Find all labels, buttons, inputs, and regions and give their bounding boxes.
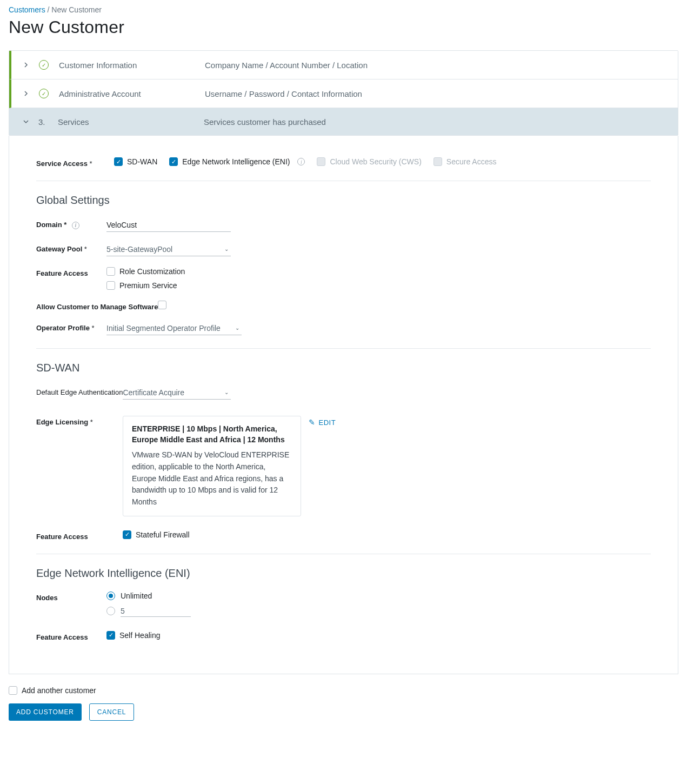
page-title: New Customer <box>9 17 678 37</box>
eni-feature-access-label: Feature Access <box>36 631 106 641</box>
check-circle-icon: ✓ <box>38 59 49 70</box>
chevron-right-icon <box>21 60 31 70</box>
checkbox-eni[interactable]: ✓ Edge Network Intelligence (ENI) i <box>169 157 305 166</box>
allow-manage-label: Allow Customer to Manage Software <box>36 301 158 311</box>
feature-access-label: Feature Access <box>36 267 106 277</box>
checkbox-icon <box>158 301 166 309</box>
breadcrumb: Customers / New Customer <box>9 5 678 14</box>
step-desc: Username / Password / Contact Informatio… <box>205 89 362 98</box>
checkbox-secure-access: Secure Access <box>433 157 497 166</box>
gateway-pool-select[interactable]: 5-site-GatewayPool <box>106 243 231 256</box>
pencil-icon: ✎ <box>309 418 316 427</box>
checkbox-self-healing[interactable]: ✓ Self Healing <box>106 631 161 640</box>
checkbox-icon <box>9 686 17 695</box>
checkbox-stateful-firewall[interactable]: ✓ Stateful Firewall <box>123 530 190 539</box>
radio-icon <box>106 592 115 600</box>
breadcrumb-root-link[interactable]: Customers <box>9 5 45 14</box>
checkbox-label: SD-WAN <box>127 157 157 166</box>
chevron-down-icon <box>21 117 31 127</box>
nodes-label: Nodes <box>36 592 106 602</box>
nodes-custom-input[interactable] <box>121 606 191 617</box>
cancel-button[interactable]: CANCEL <box>89 703 134 721</box>
add-customer-button[interactable]: ADD CUSTOMER <box>9 703 82 721</box>
radio-custom[interactable] <box>106 606 191 617</box>
checkbox-cws: Cloud Web Security (CWS) <box>317 157 421 166</box>
radio-unlimited[interactable]: Unlimited <box>106 592 191 600</box>
gateway-pool-label: Gateway Pool <box>36 243 106 253</box>
checkbox-label: Cloud Web Security (CWS) <box>330 157 421 166</box>
checkbox-icon <box>106 281 115 290</box>
checkbox-icon <box>106 267 115 276</box>
edit-label: EDIT <box>319 418 336 427</box>
checkbox-label: Premium Service <box>119 281 177 290</box>
checkbox-icon: ✓ <box>114 157 123 166</box>
checkbox-icon: ✓ <box>169 157 178 166</box>
wizard-accordion: ✓ Customer Information Company Name / Ac… <box>9 50 678 136</box>
checkbox-label: Secure Access <box>446 157 497 166</box>
checkbox-label: Add another customer <box>22 686 96 695</box>
checkbox-label: Self Healing <box>119 631 161 640</box>
license-description: VMware SD-WAN by VeloCloud ENTERPRISE ed… <box>132 449 292 508</box>
checkbox-label: Role Customization <box>119 267 185 276</box>
step-customer-information[interactable]: ✓ Customer Information Company Name / Ac… <box>9 51 678 79</box>
checkbox-label: Stateful Firewall <box>136 530 190 539</box>
step-desc: Company Name / Account Number / Location <box>205 61 368 70</box>
checkbox-icon: ✓ <box>123 530 131 539</box>
operator-profile-label: Operator Profile <box>36 322 106 332</box>
checkbox-icon <box>317 157 325 166</box>
services-panel: Service Access ✓ SD-WAN ✓ Edge Network I… <box>9 136 678 674</box>
chevron-right-icon <box>21 89 31 98</box>
domain-label: Domain * i <box>36 218 106 229</box>
license-title: ENTERPRISE | 10 Mbps | North America, Eu… <box>132 424 292 445</box>
eni-heading: Edge Network Intelligence (ENI) <box>36 567 651 580</box>
radio-icon <box>106 607 115 615</box>
info-icon[interactable]: i <box>72 222 79 229</box>
checkbox-icon: ✓ <box>106 631 115 640</box>
default-edge-auth-select[interactable]: Certificate Acquire <box>123 386 231 400</box>
breadcrumb-current: New Customer <box>51 5 102 14</box>
checkbox-role-customization[interactable]: Role Customization <box>106 267 185 276</box>
operator-profile-select[interactable]: Initial Segmented Operator Profile <box>106 322 242 335</box>
license-card: ENTERPRISE | 10 Mbps | North America, Eu… <box>123 416 301 516</box>
step-title: Customer Information <box>59 61 205 70</box>
info-icon[interactable]: i <box>297 158 305 165</box>
global-settings-heading: Global Settings <box>36 194 651 207</box>
edit-license-link[interactable]: ✎ EDIT <box>309 416 336 427</box>
step-services[interactable]: 3. Services Services customer has purcha… <box>9 108 678 135</box>
step-title: Services <box>58 117 204 127</box>
sdwan-feature-access-label: Feature Access <box>36 530 123 541</box>
check-circle-icon: ✓ <box>38 88 49 99</box>
domain-input[interactable] <box>106 218 231 232</box>
checkbox-sdwan[interactable]: ✓ SD-WAN <box>114 157 157 166</box>
checkbox-label: Edge Network Intelligence (ENI) <box>182 157 290 166</box>
default-edge-auth-label: Default Edge Authentication <box>36 386 123 396</box>
checkbox-add-another[interactable]: Add another customer <box>9 686 96 695</box>
service-access-label: Service Access <box>36 157 106 168</box>
radio-label: Unlimited <box>121 592 152 600</box>
sdwan-heading: SD-WAN <box>36 362 651 374</box>
step-desc: Services customer has purchased <box>204 117 326 127</box>
step-administrative-account[interactable]: ✓ Administrative Account Username / Pass… <box>9 79 678 108</box>
checkbox-premium-service[interactable]: Premium Service <box>106 281 185 290</box>
checkbox-icon <box>433 157 442 166</box>
checkbox-allow-manage[interactable] <box>158 301 166 309</box>
step-number: 3. <box>38 117 48 127</box>
step-title: Administrative Account <box>59 89 205 98</box>
edge-licensing-label: Edge Licensing <box>36 416 123 426</box>
